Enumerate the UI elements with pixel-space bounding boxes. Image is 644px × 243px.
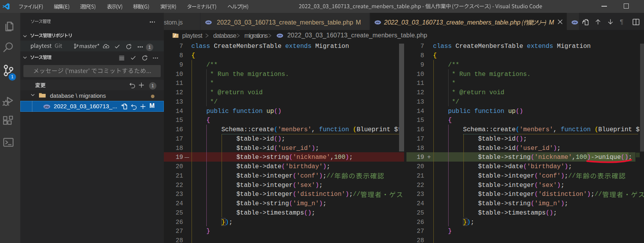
svg-text:php: php: [44, 106, 49, 108]
svg-text:php: php: [376, 21, 380, 23]
svg-text:php: php: [278, 34, 282, 37]
svg-text:php: php: [206, 21, 211, 23]
svg-text:php: php: [573, 21, 577, 23]
